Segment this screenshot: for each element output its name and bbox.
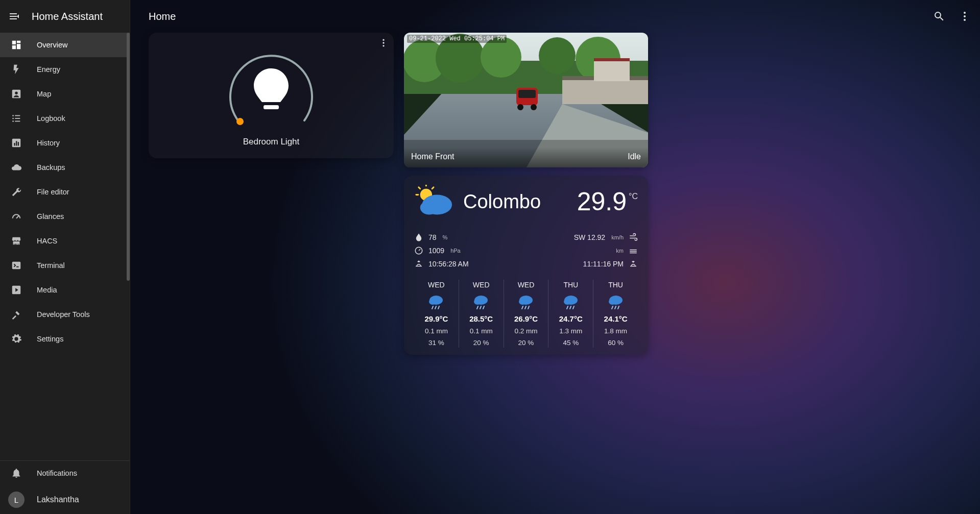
forecast-precip: 0.1 mm (470, 327, 493, 335)
weather-unit: °C (629, 192, 638, 201)
svg-rect-29 (264, 105, 279, 109)
svg-point-54 (420, 201, 438, 214)
slider-handle[interactable] (236, 118, 244, 125)
weather-card[interactable]: Colombo 29.9 °C 78% 1009hPa 10:56:28 AM (404, 176, 648, 355)
camera-name: Home Front (411, 152, 454, 161)
svg-point-35 (481, 37, 521, 78)
sidebar-item-hacs[interactable]: HACSHACS (0, 229, 130, 253)
sidebar-item-map[interactable]: Map (0, 82, 130, 106)
sunset-value: 11:11:16 PM (583, 260, 624, 268)
partly-cloudy-icon (414, 185, 454, 218)
svg-rect-15 (18, 142, 19, 145)
sunrise-value: 10:56:28 AM (428, 260, 469, 268)
forecast-day: WED (518, 281, 535, 289)
visibility-icon (629, 246, 638, 255)
light-card[interactable]: Bedroom Light (149, 33, 394, 158)
camera-card[interactable]: 09-21-2022 Wed 05:25:04 PM Home Front Id… (404, 33, 648, 167)
svg-rect-11 (15, 121, 20, 122)
svg-line-70 (525, 306, 526, 309)
svg-rect-9 (15, 118, 20, 119)
sidebar-scrollbar[interactable] (126, 33, 130, 460)
sunrise-icon (414, 259, 423, 268)
svg-line-80 (615, 306, 616, 309)
overflow-menu-button[interactable] (959, 10, 971, 22)
card-overflow-button[interactable] (378, 38, 389, 48)
forecast-precip: 1.3 mm (559, 327, 582, 335)
svg-line-51 (419, 187, 420, 189)
svg-rect-2 (17, 44, 20, 49)
forecast-precip: 0.2 mm (514, 327, 537, 335)
sidebar-item-terminal[interactable]: Terminal (0, 253, 130, 278)
sidebar-item-backups[interactable]: Backups (0, 155, 130, 180)
dashboard-content: Bedroom Light (130, 33, 980, 355)
rain-cloud-icon (607, 293, 625, 310)
sidebar-item-notifications[interactable]: Notifications (0, 461, 130, 485)
svg-point-23 (964, 12, 966, 14)
sidebar-item-label: Notifications (37, 469, 77, 477)
sidebar-item-energy[interactable]: Energy (0, 57, 130, 82)
svg-line-64 (477, 306, 478, 309)
svg-rect-14 (16, 141, 17, 145)
search-button[interactable] (933, 10, 945, 22)
sidebar-item-history[interactable]: History (0, 131, 130, 155)
forecast-item[interactable]: THU24.7°C1.3 mm45 % (548, 280, 593, 348)
account-box-icon (10, 88, 22, 100)
sidebar-item-developer-tools[interactable]: Developer Tools (0, 302, 130, 327)
dashboard-icon (10, 39, 22, 51)
light-name: Bedroom Light (243, 137, 300, 147)
svg-line-81 (618, 306, 619, 309)
sidebar-item-settings[interactable]: Settings (0, 327, 130, 351)
sidebar-item-label: Energy (37, 65, 60, 74)
svg-point-58 (429, 299, 436, 305)
sidebar-header: Home Assistant (0, 0, 130, 33)
svg-line-66 (483, 306, 484, 309)
forecast-temp: 29.9°C (424, 314, 448, 323)
forecast-day: WED (428, 281, 445, 289)
svg-rect-7 (15, 115, 20, 116)
svg-point-27 (383, 42, 384, 43)
svg-line-74 (567, 306, 568, 309)
pressure-icon (414, 246, 423, 255)
forecast-item[interactable]: WED29.9°C0.1 mm31 % (414, 280, 459, 348)
forecast-pop: 20 % (473, 339, 489, 347)
sidebar-item-media[interactable]: Media (0, 278, 130, 302)
sidebar-item-label: Glances (37, 212, 64, 221)
rain-cloud-icon (517, 293, 535, 310)
sidebar-item-label: HACS (37, 237, 57, 245)
sidebar-item-logbook[interactable]: Logbook (0, 106, 130, 131)
menu-collapse-button[interactable] (8, 10, 20, 22)
forecast-temp: 24.1°C (604, 314, 628, 323)
forecast-precip: 1.8 mm (604, 327, 627, 335)
svg-rect-44 (518, 90, 536, 98)
svg-rect-0 (12, 41, 16, 44)
forecast-item[interactable]: WED26.9°C0.2 mm20 % (504, 280, 549, 348)
user-name: Lakshantha (37, 495, 79, 504)
svg-point-68 (519, 299, 526, 305)
sidebar-item-overview[interactable]: Overview (0, 33, 130, 57)
forecast-item[interactable]: THU24.1°C1.8 mm60 % (593, 280, 638, 348)
forecast-item[interactable]: WED28.5°C0.1 mm20 % (459, 280, 504, 348)
light-slider[interactable] (223, 44, 320, 130)
gauge-icon (10, 210, 22, 223)
svg-rect-13 (14, 143, 15, 146)
svg-point-63 (474, 299, 481, 305)
sidebar-item-file-editor[interactable]: File editor (0, 180, 130, 204)
forecast-pop: 31 % (428, 339, 444, 347)
svg-line-59 (432, 306, 433, 309)
sunset-icon (629, 259, 638, 268)
wrench-icon (10, 186, 22, 198)
sidebar-item-label: History (37, 139, 60, 147)
svg-point-28 (383, 45, 384, 46)
rain-cloud-icon (472, 293, 490, 310)
forecast-temp: 26.9°C (514, 314, 538, 323)
svg-rect-41 (594, 61, 630, 81)
weather-temperature: 29.9 (577, 189, 627, 214)
svg-rect-42 (594, 58, 630, 61)
wind-value: SW 12.92 (574, 233, 605, 241)
sidebar-item-glances[interactable]: Glances (0, 204, 130, 229)
sidebar-user[interactable]: L Lakshantha (0, 485, 130, 514)
svg-line-76 (573, 306, 574, 309)
sidebar-item-label: Map (37, 90, 51, 98)
forecast-pop: 60 % (608, 339, 624, 347)
svg-rect-1 (17, 41, 20, 43)
